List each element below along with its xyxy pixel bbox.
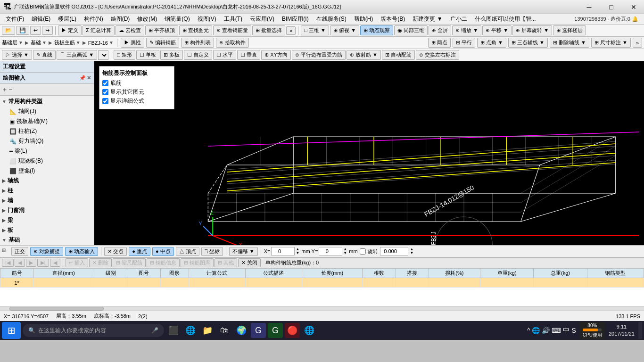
sidebar-group-axis[interactable]: ▶轴线	[0, 176, 94, 186]
btn-3d[interactable]: □ 三维 ▼	[301, 25, 329, 35]
rebar-table-container[interactable]: 筋号 直径(mm) 级别 图号 图形 计算公式 公式描述 长度(mm) 根数 搭…	[0, 268, 644, 306]
toolbar-open[interactable]: 📂	[2, 26, 15, 35]
snap-rot-down[interactable]: ▼	[410, 251, 414, 255]
btn-rebar-info[interactable]: ⊞ 钢筋信息	[147, 258, 180, 267]
canvas-svg[interactable]: FBZJ-14.012@150 FBZJ Z X Y A1	[94, 61, 644, 245]
snap-btn-ortho[interactable]: 正交	[11, 247, 28, 256]
btn-define[interactable]: ▶ 定义	[58, 25, 82, 35]
menu-view[interactable]: 视图(V)	[194, 14, 220, 24]
snap-btn-coord[interactable]: ℸ 坐标	[201, 247, 223, 256]
snap-rotate-input[interactable]	[380, 247, 408, 255]
close-button[interactable]: ✕	[623, 0, 644, 14]
btn-arc[interactable]: ⌒ 三点画弧 ▼	[57, 50, 97, 60]
menu-help[interactable]: 帮助(H)	[350, 14, 377, 24]
btn-dim[interactable]: ⊞ 尺寸标注 ▼	[591, 38, 631, 48]
menu-online[interactable]: 在线服务(S)	[313, 14, 350, 24]
snap-btn-object[interactable]: ⊕ 对象捕捉	[30, 247, 63, 256]
btn-xy[interactable]: ⊕ XY方向	[261, 50, 291, 60]
btn-nav-back[interactable]: ◀	[50, 259, 60, 267]
tray-lang-cn[interactable]: 中	[563, 326, 570, 335]
tray-volume[interactable]: 🔊	[542, 327, 550, 334]
menu-component[interactable]: 构件(N)	[80, 14, 107, 24]
taskbar-app3[interactable]: 🔴	[285, 323, 300, 338]
snap-rotate-check[interactable]	[360, 248, 366, 255]
btn-property[interactable]: ▶ 属性	[121, 38, 144, 48]
btn-vertical[interactable]: ☐ 垂直	[237, 50, 260, 60]
draw-mode-select[interactable]	[98, 50, 108, 60]
sidebar-item-cast-slab[interactable]: ⬜现浇板(B)	[6, 156, 94, 166]
btn-parallel-distribute[interactable]: ⊕ 平行边布置受力筋	[292, 50, 346, 60]
btn-custom[interactable]: ☐ 自定义	[184, 50, 212, 60]
btn-align-top[interactable]: ⊞ 平齐板顶	[145, 25, 178, 35]
taskbar-app2[interactable]: G	[268, 323, 283, 338]
menu-draw[interactable]: 绘图(D)	[107, 14, 134, 24]
btn-delete[interactable]: ✕ 删除	[89, 258, 112, 267]
maximize-button[interactable]: □	[601, 0, 622, 14]
sidebar-group-foundation[interactable]: ▼基础	[0, 235, 94, 245]
sidebar-item-slab-found[interactable]: ▣筏板基础(M)	[6, 116, 94, 126]
sidebar-item-pile[interactable]: 🔲柱桩(Z)	[6, 126, 94, 136]
btn-view-rebar[interactable]: ⊕ 查看钢筋量	[213, 25, 251, 35]
minimize-button[interactable]: ─	[578, 0, 600, 14]
layer-type-arrow[interactable]: ▼	[42, 40, 47, 45]
btn-pan[interactable]: ⊕ 平移 ▼	[482, 25, 512, 35]
btn-parallel[interactable]: ⊞ 平行	[453, 38, 475, 48]
btn-single-board[interactable]: ☐ 单板	[136, 50, 159, 60]
taskbar-network[interactable]: 🌐	[302, 323, 317, 338]
sidebar-group-wall[interactable]: ▶墙	[0, 196, 94, 206]
menu-tools[interactable]: 工具(T)	[220, 14, 246, 24]
btn-zoom[interactable]: ⊕ 缩放 ▼	[452, 25, 481, 35]
snap-y-down[interactable]: ▼	[343, 251, 347, 255]
btn-three-point[interactable]: ⊞ 三点辅线 ▼	[508, 38, 548, 48]
snap-btn-intersection[interactable]: ✕ 交点	[104, 247, 127, 256]
btn-line[interactable]: ✎ 直线	[33, 50, 56, 60]
btn-rebar-lib[interactable]: ⊞ 钢筋图库	[181, 258, 214, 267]
btn-close-panel[interactable]: ✕ 关闭	[238, 258, 261, 267]
rebar-checkbox-bottom[interactable]	[102, 80, 108, 86]
canvas-area[interactable]: 钢筋显示控制面板 底筋 显示其它图元 显示详细公式	[94, 61, 644, 245]
btn-nav-prev[interactable]: ◀	[15, 259, 25, 267]
btn-edit-rebar[interactable]: ✎ 编辑钢筋	[146, 38, 179, 48]
btn-scale-rebar[interactable]: ⊞ 缩尺配筋	[113, 258, 146, 267]
show-desktop-btn[interactable]	[638, 322, 642, 339]
snap-btn-no-offset[interactable]: 不偏移 ▼	[229, 247, 258, 256]
sidebar-pin-btn[interactable]: 📌	[79, 75, 86, 81]
sidebar-close-btn[interactable]: ✕	[87, 75, 91, 81]
menu-floor[interactable]: 楼层(L)	[54, 14, 80, 24]
rebar-id-arrow[interactable]: ▼	[109, 40, 114, 45]
sidebar-group-opening[interactable]: ▶门窗洞	[0, 206, 94, 215]
taskbar-ie[interactable]: 🌍	[234, 323, 249, 338]
btn-nav-last[interactable]: ▶|	[37, 259, 49, 267]
toolbar-save[interactable]: 💾	[16, 26, 29, 35]
btn-multi-board[interactable]: ⊞ 多板	[160, 50, 183, 60]
btn-select[interactable]: ▷ 选择 ▼	[2, 50, 32, 60]
rebar-checkbox-formula[interactable]	[102, 98, 108, 104]
btn-dynamic-view[interactable]: ⊞ 动态观察	[360, 25, 393, 35]
toolbar-redo[interactable]: ↪	[42, 26, 53, 35]
btn-fullscreen[interactable]: ⊕ 全屏	[429, 25, 451, 35]
snap-x-down[interactable]: ▼	[296, 251, 299, 255]
btn-two-point[interactable]: ⊞ 两点	[428, 38, 451, 48]
sidebar-group-slab[interactable]: ▶板	[0, 225, 94, 235]
sidebar-collapse-btn[interactable]: −	[8, 86, 12, 93]
menu-guang2[interactable]: 广小二	[446, 14, 471, 24]
btn-other[interactable]: ⊞ 其他	[215, 258, 237, 267]
btn-nav-next[interactable]: ▶	[26, 259, 36, 267]
btn-radial[interactable]: ⊕ 放射筋 ▼	[347, 50, 381, 60]
btn-del-aux[interactable]: ⊞ 删除辅线 ▼	[550, 38, 589, 48]
menu-edit[interactable]: 编辑(E)	[28, 14, 54, 24]
btn-more2[interactable]: »	[633, 38, 642, 48]
btn-swap-lr[interactable]: ⊕ 交换左右标注	[416, 50, 459, 60]
btn-screen-rotate[interactable]: ⊕ 屏幕旋转 ▼	[512, 25, 552, 35]
btn-insert[interactable]: ↵ 插入	[66, 258, 88, 267]
snap-btn-dynamic[interactable]: ⊞ 动态输入	[65, 247, 98, 256]
snap-x-input[interactable]	[271, 247, 295, 255]
btn-component-list[interactable]: ⊞ 构件列表	[181, 38, 214, 48]
menu-modify[interactable]: 修改(M)	[133, 14, 161, 24]
menu-bim[interactable]: BIM应用(I)	[278, 14, 313, 24]
btn-more[interactable]: »	[286, 26, 296, 35]
sidebar-group-column[interactable]: ▶柱	[0, 186, 94, 196]
start-button[interactable]: ⊞	[2, 322, 21, 339]
btn-cloud-check[interactable]: ☁ 云检查	[116, 25, 144, 35]
btn-select-floor[interactable]: ⊞ 选择楼层	[553, 25, 586, 35]
